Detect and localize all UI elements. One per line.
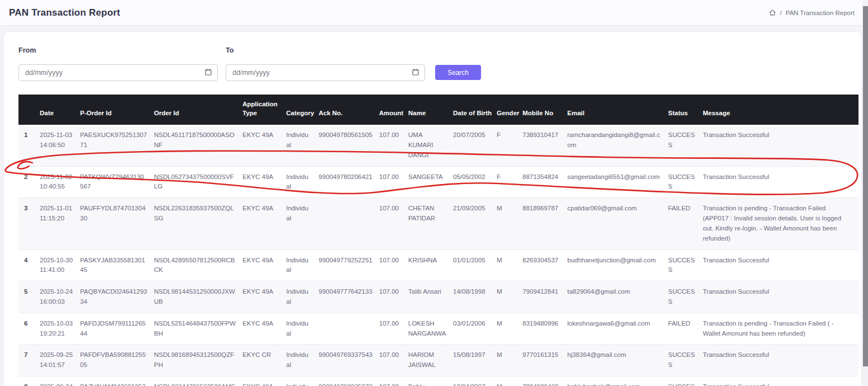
to-date-input[interactable] <box>226 64 425 81</box>
cell-amount: 107.00 <box>379 125 408 166</box>
search-button[interactable]: Search <box>435 65 481 80</box>
cell-gender: M <box>497 198 522 250</box>
cell-application-type: EKYC CR <box>242 345 286 376</box>
cell-mobile-no: 8871354824 <box>522 166 567 198</box>
cell-gender: F <box>497 166 522 198</box>
table-row: 32025-11-01 11:15:20PAUFFYDL87470130430N… <box>18 198 858 250</box>
cell-mobile-no: 8269304537 <box>522 250 567 281</box>
cell-application-type: EKYC 49A <box>242 166 286 198</box>
column-header-date-of-birth: Date of Birth <box>453 95 497 125</box>
cell-date-of-birth: 05/05/2002 <box>453 166 497 198</box>
cell-date: 2025-10-24 16:00:03 <box>40 281 80 313</box>
top-bar: PAN Transaction Report / PAN Transaction… <box>0 0 868 26</box>
cell-date-of-birth: 12/04/2007 <box>453 376 497 386</box>
cell-row-number: 7 <box>18 345 40 376</box>
table-row: 42025-10-30 11:41:00PASKYJAB33558130145N… <box>18 250 858 281</box>
cell-row-number: 6 <box>18 313 40 345</box>
cell-date: 2025-11-03 14:06:50 <box>40 125 80 166</box>
column-header-application-type: Application Type <box>242 95 286 125</box>
cell-amount: 107.00 <box>379 281 408 313</box>
cell-date: 2025-09-24 15:45:22 <box>40 376 80 386</box>
cell-status: FAILED <box>668 313 703 345</box>
cell-message: Transaction is pending - Transaction Fai… <box>703 198 858 250</box>
cell-name: CHETAN PATIDAR <box>408 198 453 250</box>
cell-ack-no: 990049769337543 <box>319 345 379 376</box>
cell-date-of-birth: 20/07/2005 <box>453 125 497 166</box>
filter-bar: From To Search <box>18 46 861 81</box>
cell-email: hj38364@gmail.com <box>567 345 668 376</box>
from-date-input[interactable] <box>18 64 218 81</box>
vertical-scrollbar-track[interactable] <box>862 0 868 386</box>
cell-email: cpatidar069@gmail.com <box>567 198 668 250</box>
to-date-group: To <box>226 46 425 81</box>
table-body: 12025-11-03 14:06:50PAESXUCK97525130771N… <box>18 125 858 386</box>
cell-application-type: EKYC 49A <box>242 281 286 313</box>
column-header-category: Category <box>286 95 319 125</box>
table-row: 72025-09-25 14:01:57PAFDFVBA59088125505N… <box>18 345 858 376</box>
cell-mobile-no: 9770161315 <box>522 345 567 376</box>
cell-name: SANGEETA <box>408 166 453 198</box>
cell-row-number: 5 <box>18 281 40 313</box>
breadcrumb-separator: / <box>780 10 782 16</box>
cell-status: SUCCESS <box>668 166 703 198</box>
column-header-order-id: Order Id <box>154 95 242 125</box>
cell-application-type: EKYC 49A <box>242 198 286 250</box>
vertical-scrollbar-thumb[interactable] <box>863 6 868 366</box>
column-header-status: Status <box>668 95 703 125</box>
cell-name: LOKESH NARGANWA <box>408 313 453 345</box>
cell-p-order-id: PASKYJAB33558130145 <box>80 250 154 281</box>
from-label: From <box>18 46 218 54</box>
cell-date: 2025-10-30 11:41:00 <box>40 250 80 281</box>
cell-amount: 107.00 <box>379 376 408 386</box>
cell-ack-no <box>319 313 379 345</box>
cell-application-type: EKYC 49A <box>242 376 286 386</box>
cell-p-order-id: PAESXUCK97525130771 <box>80 125 154 166</box>
cell-mobile-no: 8818969787 <box>522 198 567 250</box>
cell-gender: M <box>497 250 522 281</box>
calendar-icon[interactable] <box>204 68 212 78</box>
column-header-gender: Gender <box>497 95 522 125</box>
column-header-p-order-id: P-Order Id <box>80 95 154 125</box>
cell-name: Talib Ansari <box>408 281 453 313</box>
from-date-group: From <box>18 46 218 81</box>
table-header-row: DateP-Order IdOrder IdApplication TypeCa… <box>18 95 858 125</box>
cell-email: lokeshnargawa6@gmail.com <box>567 313 668 345</box>
cell-order-id: NSDL42895507812500RCBCK <box>154 250 242 281</box>
home-icon[interactable] <box>769 9 776 16</box>
cell-date-of-birth: 03/01/2006 <box>453 313 497 345</box>
column-header-mobile-no: Mobile No <box>522 95 567 125</box>
column-header-name: Name <box>408 95 453 125</box>
cell-row-number: 8 <box>18 376 40 386</box>
cell-category: Individual <box>286 345 319 376</box>
cell-amount: 107.00 <box>379 250 408 281</box>
cell-mobile-no: 7389310417 <box>522 125 567 166</box>
cell-p-order-id: PAFDJDSM79911126544 <box>80 313 154 345</box>
cell-message: Transaction Successful <box>703 281 858 313</box>
cell-order-id: NSDL98168945312500QZFPH <box>154 345 242 376</box>
cell-ack-no: 990049780561505 <box>319 125 379 166</box>
cell-mobile-no: 8319480996 <box>522 313 567 345</box>
cell-date-of-birth: 21/09/2005 <box>453 198 497 250</box>
cell-mobile-no: 7804089432 <box>522 376 567 386</box>
cell-ack-no: 990049769035073 <box>319 376 379 386</box>
cell-application-type: EKYC 49A <box>242 125 286 166</box>
cell-status: SUCCESS <box>668 125 703 166</box>
cell-application-type: EKYC 49A <box>242 313 286 345</box>
column-header-amount: Amount <box>379 95 408 125</box>
cell-p-order-id: PATKQWVZ29463130567 <box>80 166 154 198</box>
page-title: PAN Transaction Report <box>9 7 120 18</box>
breadcrumb: / PAN Transaction Report <box>769 9 855 16</box>
cell-application-type: EKYC 49A <box>242 250 286 281</box>
cell-category: Individual <box>286 281 319 313</box>
cell-category: Individual <box>286 198 319 250</box>
cell-status: SUCCESS <box>668 281 703 313</box>
table-row: 22025-11-02 10:40:55PATKQWVZ29463130567N… <box>18 166 858 198</box>
cell-date-of-birth: 14/08/1998 <box>453 281 497 313</box>
cell-name: UMA KUMARI DANGI <box>408 125 453 166</box>
cell-ack-no: 990049779252251 <box>319 250 379 281</box>
cell-order-id: NSDL98144531250000JXWUB <box>154 281 242 313</box>
cell-amount: 107.00 <box>379 166 408 198</box>
cell-email: ramcharandangidangi8@gmail.com <box>567 125 668 166</box>
cell-gender: M <box>497 376 522 386</box>
calendar-icon[interactable] <box>412 68 419 78</box>
